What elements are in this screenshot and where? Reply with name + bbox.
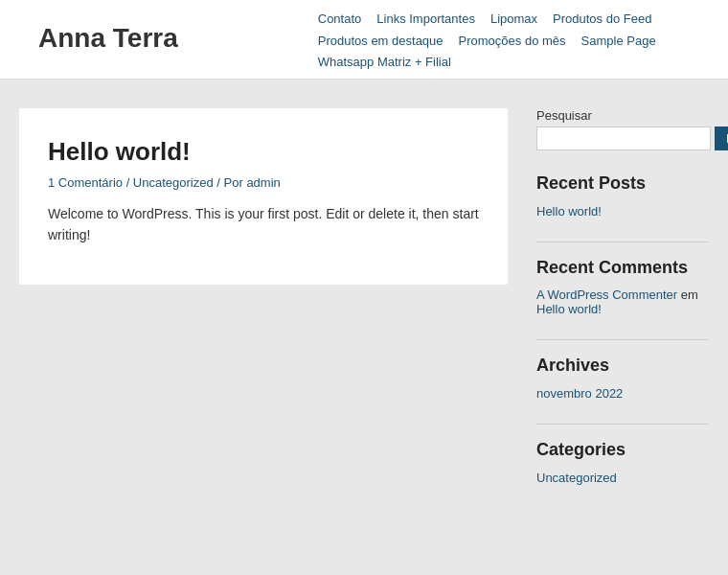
sub-nav-item[interactable]: Whatsapp Matriz + Filial: [312, 53, 457, 71]
recent-posts-widget: Recent Posts Hello world!: [536, 173, 709, 218]
recent-posts-title: Recent Posts: [536, 173, 709, 194]
recent-post-link[interactable]: Hello world!: [536, 204, 602, 218]
nav-item-promoções-do-mês[interactable]: Promoções do mês: [453, 32, 572, 50]
search-widget: Pesquisar Pesquisar: [536, 108, 709, 150]
nav-item-contato[interactable]: Contato: [312, 10, 368, 28]
header-left: Anna Terra: [19, 0, 178, 63]
nav-item-sample-page[interactable]: Sample Page: [576, 32, 662, 50]
archives-list: novembro 2022: [536, 385, 709, 401]
search-form: Pesquisar: [536, 126, 709, 150]
article-meta-link[interactable]: 1 Comentário / Uncategorized / Por admin: [48, 175, 281, 190]
archive-link[interactable]: novembro 2022: [536, 386, 623, 401]
categories-list: Uncategorized: [536, 470, 709, 485]
archives-widget: Archives novembro 2022: [536, 356, 709, 401]
search-input[interactable]: [536, 126, 711, 150]
sidebar: Pesquisar Pesquisar Recent Posts Hello w…: [536, 108, 709, 508]
recent-posts-list: Hello world!: [536, 203, 709, 218]
recent-comments-text: A WordPress Commenter em Hello world!: [536, 288, 709, 316]
top-nav: ContatoLinks ImportantesLipomaxProdutos …: [178, 0, 709, 54]
commenter-link[interactable]: A WordPress Commenter: [536, 288, 677, 302]
recent-comments-title: Recent Comments: [536, 258, 709, 278]
content-area: Hello world! 1 Comentário / Uncategorize…: [19, 108, 508, 508]
article-content: Welcome to WordPress. This is your first…: [48, 203, 479, 246]
header-nav-area: ContatoLinks ImportantesLipomaxProdutos …: [178, 0, 709, 79]
archives-title: Archives: [536, 356, 709, 376]
article-title: Hello world!: [48, 137, 479, 167]
site-title: Anna Terra: [19, 10, 178, 54]
nav-item-lipomax[interactable]: Lipomax: [485, 10, 543, 28]
main-wrapper: Hello world! 1 Comentário / Uncategorize…: [0, 80, 728, 537]
nav-item-produtos-em-destaque[interactable]: Produtos em destaque: [312, 32, 449, 50]
comment-on-text: em: [681, 288, 698, 302]
separator-3: [536, 424, 709, 425]
nav-item-produtos-do-feed[interactable]: Produtos do Feed: [547, 10, 657, 28]
article-meta: 1 Comentário / Uncategorized / Por admin: [48, 174, 479, 190]
separator-2: [536, 339, 709, 340]
categories-title: Categories: [536, 440, 709, 460]
site-header: Anna Terra ContatoLinks ImportantesLipom…: [0, 0, 728, 80]
comment-post-link[interactable]: Hello world!: [536, 302, 602, 316]
article-card: Hello world! 1 Comentário / Uncategorize…: [19, 108, 508, 285]
sub-nav: Whatsapp Matriz + Filial: [178, 54, 709, 79]
categories-widget: Categories Uncategorized: [536, 440, 709, 485]
category-link[interactable]: Uncategorized: [536, 471, 617, 485]
search-button[interactable]: Pesquisar: [715, 126, 728, 150]
nav-item-links-importantes[interactable]: Links Importantes: [371, 10, 481, 28]
search-label: Pesquisar: [536, 108, 709, 123]
recent-comments-widget: Recent Comments A WordPress Commenter em…: [536, 258, 709, 316]
header-inner: Anna Terra ContatoLinks ImportantesLipom…: [19, 0, 709, 79]
separator: [536, 242, 709, 242]
